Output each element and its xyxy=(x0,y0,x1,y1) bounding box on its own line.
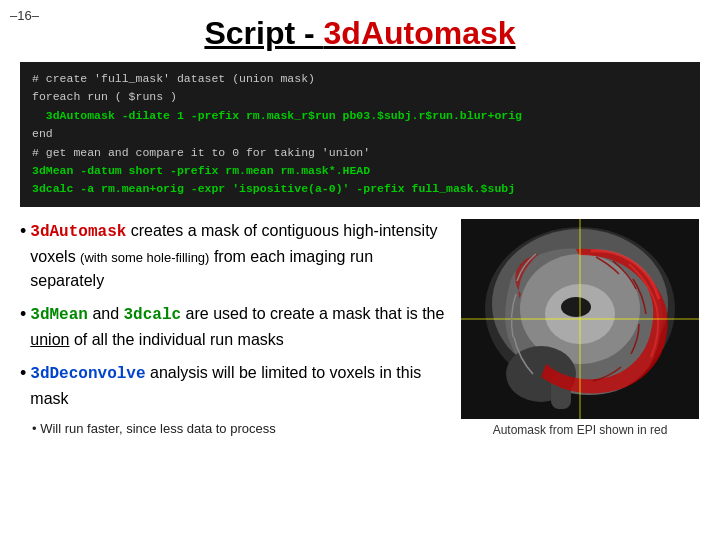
bullet-list: • 3dAutomask creates a mask of contiguou… xyxy=(20,219,450,440)
bullet-2-text-end: of all the individual run masks xyxy=(69,331,283,348)
code-line-2: foreach run ( $runs ) xyxy=(32,90,177,103)
slide-title: Script - 3dAutomask xyxy=(20,10,700,52)
slide-number: –16– xyxy=(10,8,39,23)
bullet-dot-2: • xyxy=(20,302,26,327)
bullet-item-1: • 3dAutomask creates a mask of contiguou… xyxy=(20,219,450,294)
bullet-3-text: 3dDeconvolve analysis will be limited to… xyxy=(30,361,450,412)
image-caption: Automask from EPI shown in red xyxy=(493,423,668,437)
caption-text: Automask from EPI shown in red xyxy=(493,423,668,437)
title-highlight-part: 3dAutomask xyxy=(324,15,516,51)
bullet-1-small: (with some hole-filling) xyxy=(80,250,209,265)
brain-svg xyxy=(461,219,699,419)
brain-image xyxy=(461,219,699,419)
bullet-dot-3: • xyxy=(20,361,26,386)
cmd-3ddeconvolve: 3dDeconvolve xyxy=(30,365,145,383)
bullet-1-text: 3dAutomask creates a mask of contiguous … xyxy=(30,219,450,294)
svg-point-5 xyxy=(561,297,591,317)
code-block: # create 'full_mask' dataset (union mask… xyxy=(20,62,700,207)
code-line-6: 3dMean -datum short -prefix rm.mean rm.m… xyxy=(32,164,370,177)
bullet-item-2: • 3dMean and 3dcalc are used to create a… xyxy=(20,302,450,353)
cmd-3dautomask: 3dAutomask xyxy=(30,223,126,241)
bullet-2-union: union xyxy=(30,331,69,348)
code-line-7: 3dcalc -a rm.mean+orig -expr 'ispositive… xyxy=(32,182,515,195)
bullet-item-3: • 3dDeconvolve analysis will be limited … xyxy=(20,361,450,412)
code-line-5: # get mean and compare it to 0 for takin… xyxy=(32,146,370,159)
code-line-1: # create 'full_mask' dataset (union mask… xyxy=(32,72,315,85)
code-line-3: 3dAutomask -dilate 1 -prefix rm.mask_r$r… xyxy=(32,109,522,122)
image-area: Automask from EPI shown in red xyxy=(460,219,700,440)
title-script-part: Script - xyxy=(204,15,323,51)
bullet-2-connector: and xyxy=(92,305,123,322)
code-line-4: end xyxy=(32,127,53,140)
content-area: • 3dAutomask creates a mask of contiguou… xyxy=(20,219,700,440)
cmd-3dcalc: 3dcalc xyxy=(124,306,182,324)
sub-bullet: • Will run faster, since less data to pr… xyxy=(32,419,450,439)
slide-container: –16– Script - 3dAutomask # create 'full_… xyxy=(0,0,720,540)
bullet-dot-1: • xyxy=(20,219,26,244)
bullet-2-text: 3dMean and 3dcalc are used to create a m… xyxy=(30,302,450,353)
bullet-2-text-after: are used to create a mask that is the xyxy=(186,305,445,322)
cmd-3dmean: 3dMean xyxy=(30,306,88,324)
